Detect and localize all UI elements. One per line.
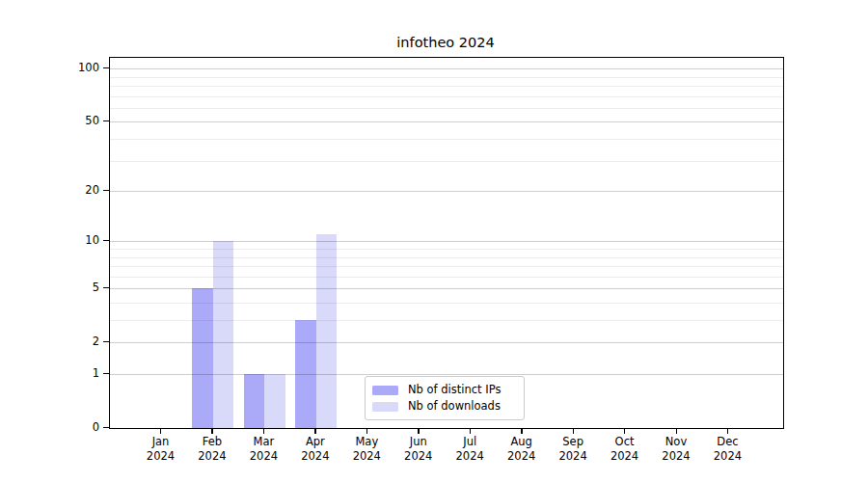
x-tick-mark-jun [418, 429, 419, 434]
x-tick-mark-may [366, 429, 367, 434]
bar-mar-ips [244, 374, 265, 428]
x-tick-mark-sep [573, 429, 574, 434]
x-tick-mark-oct [624, 429, 625, 434]
y-tick-label-5: 5 [41, 280, 99, 295]
x-tick-mark-dec [727, 429, 728, 434]
chart-title: infotheo 2024 [109, 32, 782, 53]
y-tick-mark-2 [103, 341, 109, 342]
y-tick-label-1: 1 [41, 365, 99, 381]
y-tick-label-0: 0 [41, 419, 99, 435]
x-tick-mark-feb [211, 429, 212, 434]
legend-label-distinct-ips: Nb of distinct IPs [408, 382, 501, 398]
gridline-y-2 [110, 342, 783, 343]
gridline-y-3 [110, 320, 783, 321]
legend-entry-downloads: Nb of downloads [372, 398, 516, 415]
y-tick-mark-10 [103, 240, 109, 241]
x-tick-mark-apr [314, 429, 315, 434]
gridline-y-4 [110, 303, 783, 304]
gridline-y-8 [110, 257, 783, 258]
x-tick-mark-mar [263, 429, 264, 434]
gridline-y-9 [110, 249, 783, 250]
gridline-y-70 [110, 96, 783, 97]
legend-entry-distinct-ips: Nb of distinct IPs [372, 382, 516, 398]
plot-area [109, 57, 784, 429]
legend-label-downloads: Nb of downloads [408, 398, 501, 415]
y-tick-mark-50 [103, 120, 109, 121]
y-tick-label-20: 20 [41, 182, 99, 198]
gridline-y-1 [110, 374, 783, 375]
y-tick-mark-0 [103, 427, 109, 428]
gridline-y-10 [110, 241, 783, 242]
bar-feb-downloads [213, 241, 234, 428]
gridline-y-60 [110, 108, 783, 109]
legend-swatch-downloads [372, 402, 398, 412]
bar-mar-downloads [264, 374, 285, 428]
x-tick-label-dec: Dec2024 [696, 435, 758, 463]
y-tick-label-10: 10 [41, 232, 99, 248]
gridline-y-20 [110, 191, 783, 192]
y-tick-label-100: 100 [41, 60, 99, 75]
legend: Nb of distinct IPs Nb of downloads [365, 376, 525, 420]
y-tick-mark-5 [103, 287, 109, 288]
gridline-y-5 [110, 288, 783, 289]
x-tick-mark-aug [521, 429, 522, 434]
gridline-y-6 [110, 277, 783, 278]
x-tick-mark-nov [676, 429, 677, 434]
gridline-y-50 [110, 121, 783, 122]
figure: infotheo 2024 0125102050100Jan2024Feb202… [0, 0, 868, 482]
gridline-y-30 [110, 161, 783, 162]
gridline-y-7 [110, 266, 783, 267]
x-tick-mark-jul [470, 429, 471, 434]
y-tick-mark-1 [103, 373, 109, 374]
bar-feb-ips [192, 288, 213, 428]
y-tick-label-50: 50 [41, 113, 99, 128]
y-tick-label-2: 2 [41, 334, 99, 349]
legend-swatch-distinct-ips [372, 386, 398, 395]
bar-apr-downloads [316, 234, 338, 428]
y-tick-mark-20 [103, 190, 109, 191]
gridline-y-40 [110, 139, 783, 140]
x-tick-mark-jan [160, 429, 161, 434]
gridline-y-80 [110, 86, 783, 87]
gridline-y-100 [110, 68, 783, 69]
gridline-y-90 [110, 77, 783, 78]
y-tick-mark-100 [103, 67, 109, 68]
